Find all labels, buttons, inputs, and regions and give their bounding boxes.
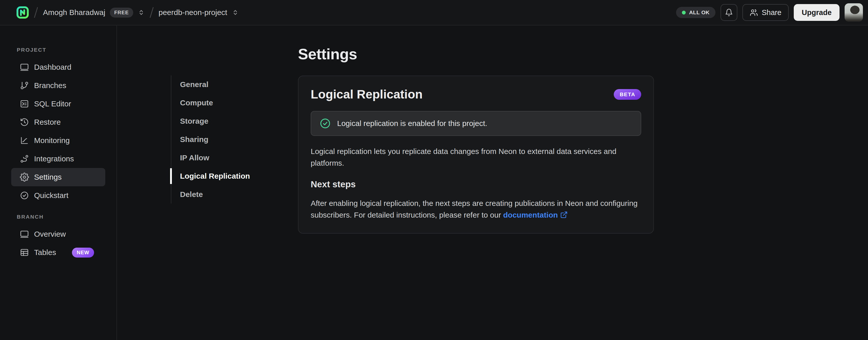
sidebar-item-tables[interactable]: Tables NEW	[11, 243, 105, 262]
sidebar-item-label: Branches	[34, 81, 66, 90]
beta-badge: BETA	[614, 89, 641, 100]
settings-nav-logical-replication[interactable]: Logical Replication	[172, 167, 250, 185]
org-breadcrumb: Amogh Bharadwaj FREE	[43, 8, 145, 18]
git-branch-icon	[20, 81, 29, 90]
share-button[interactable]: Share	[742, 4, 789, 21]
sidebar-item-integrations[interactable]: Integrations	[11, 150, 105, 168]
topbar-actions: ALL OK Share Upgrade	[676, 3, 863, 22]
chart-icon	[20, 136, 29, 145]
notifications-button[interactable]	[720, 4, 737, 21]
plan-badge: FREE	[110, 8, 133, 18]
settings-nav-compute[interactable]: Compute	[172, 94, 250, 112]
sidebar: PROJECT Dashboard Branches SQL Editor Re…	[0, 25, 117, 340]
sidebar-item-label: Tables	[34, 248, 56, 257]
settings-subnav: General Compute Storage Sharing IP Allow…	[171, 75, 250, 204]
sidebar-item-label: Integrations	[34, 154, 74, 163]
bell-icon	[725, 8, 733, 17]
sidebar-item-label: SQL Editor	[34, 100, 71, 108]
neon-logo[interactable]	[16, 6, 29, 19]
alert-text: Logical replication is enabled for this …	[337, 119, 487, 128]
window-icon	[20, 230, 29, 239]
main-panel: Settings Logical Replication BETA Logica…	[298, 45, 654, 234]
sidebar-item-label: Overview	[34, 230, 66, 238]
settings-nav-general[interactable]: General	[172, 75, 250, 94]
breadcrumb: Amogh Bharadwaj FREE peerdb-neon-project	[16, 6, 239, 19]
check-circle-icon	[20, 191, 29, 200]
history-icon	[20, 118, 29, 127]
project-switcher-chevrons-icon[interactable]	[232, 8, 239, 17]
sidebar-item-branches[interactable]: Branches	[11, 76, 105, 95]
check-circle-icon	[319, 118, 331, 129]
org-switcher-chevrons-icon[interactable]	[138, 8, 145, 17]
next-steps-text: After enabling logical replication, the …	[311, 197, 641, 221]
breadcrumb-divider	[34, 7, 38, 18]
upgrade-button[interactable]: Upgrade	[794, 4, 839, 21]
card-title: Logical Replication	[311, 87, 423, 101]
next-steps-heading: Next steps	[311, 179, 641, 189]
sidebar-item-sql-editor[interactable]: SQL Editor	[11, 95, 105, 113]
page-title: Settings	[298, 45, 654, 63]
topbar: Amogh Bharadwaj FREE peerdb-neon-project…	[0, 0, 868, 25]
sidebar-section-project: PROJECT	[17, 47, 105, 53]
external-link-icon[interactable]	[560, 211, 568, 219]
sidebar-item-label: Restore	[34, 118, 61, 126]
sidebar-item-restore[interactable]: Restore	[11, 113, 105, 131]
documentation-link[interactable]: documentation	[503, 211, 558, 219]
sidebar-item-monitoring[interactable]: Monitoring	[11, 131, 105, 150]
org-name[interactable]: Amogh Bharadwaj	[43, 8, 105, 17]
sidebar-item-overview[interactable]: Overview	[11, 225, 105, 243]
sidebar-item-label: Dashboard	[34, 63, 71, 72]
settings-nav-storage[interactable]: Storage	[172, 112, 250, 130]
terminal-icon	[20, 99, 29, 108]
settings-nav-sharing[interactable]: Sharing	[172, 130, 250, 149]
description-text: Logical replication lets you replicate d…	[311, 146, 641, 169]
table-icon	[20, 248, 29, 257]
success-alert: Logical replication is enabled for this …	[311, 111, 641, 136]
sidebar-item-label: Quickstart	[34, 191, 68, 200]
status-dot-icon	[682, 11, 686, 15]
next-steps-text-before: After enabling logical replication, the …	[311, 199, 638, 219]
settings-nav-ip-allow[interactable]: IP Allow	[172, 149, 250, 167]
project-breadcrumb: peerdb-neon-project	[159, 8, 239, 17]
content-area: General Compute Storage Sharing IP Allow…	[117, 25, 868, 340]
sidebar-item-settings[interactable]: Settings	[11, 168, 105, 186]
sidebar-item-label: Monitoring	[34, 136, 70, 145]
user-avatar[interactable]	[845, 3, 863, 22]
status-label: ALL OK	[689, 9, 710, 16]
route-icon	[20, 154, 29, 163]
status-badge[interactable]: ALL OK	[676, 7, 715, 18]
logical-replication-card: Logical Replication BETA Logical replica…	[298, 76, 654, 234]
sidebar-section-branch: BRANCH	[17, 214, 105, 220]
sidebar-item-quickstart[interactable]: Quickstart	[11, 186, 105, 205]
gear-icon	[20, 173, 29, 182]
share-label: Share	[762, 8, 781, 17]
new-badge: NEW	[72, 248, 94, 258]
sidebar-item-dashboard[interactable]: Dashboard	[11, 58, 105, 76]
users-icon	[750, 8, 758, 17]
breadcrumb-divider	[150, 7, 154, 18]
window-icon	[20, 63, 29, 72]
sidebar-item-label: Settings	[34, 173, 62, 181]
app-shell: PROJECT Dashboard Branches SQL Editor Re…	[0, 25, 868, 340]
settings-nav-delete[interactable]: Delete	[172, 185, 250, 204]
project-name[interactable]: peerdb-neon-project	[159, 8, 227, 17]
card-header: Logical Replication BETA	[311, 87, 641, 101]
